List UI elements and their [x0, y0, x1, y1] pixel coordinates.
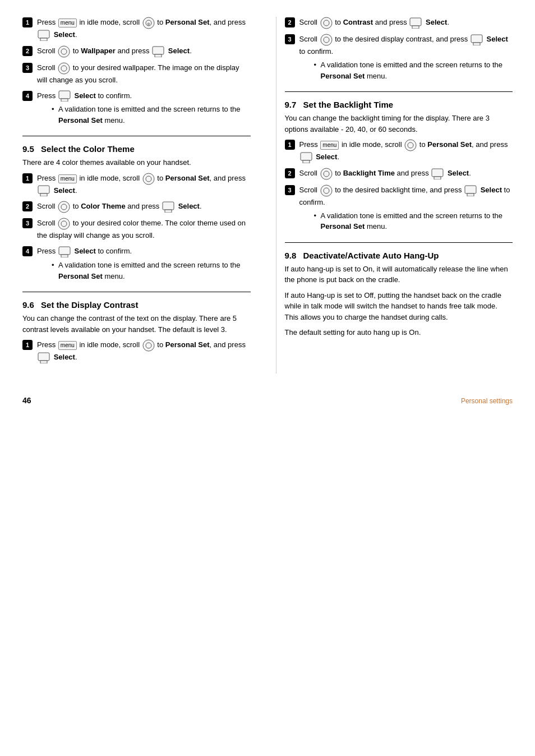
- step-w4: 4 Press Select to confirm. A validation …: [22, 90, 251, 126]
- scroll-icon-97: [404, 139, 417, 151]
- step-badge-3: 3: [22, 63, 33, 73]
- step-badge-96-1: 1: [22, 340, 33, 350]
- section-96-title: 9.6 Set the Display Contrast: [22, 300, 251, 310]
- svg-rect-31: [410, 18, 421, 26]
- svg-rect-32: [412, 26, 419, 29]
- svg-rect-39: [301, 153, 312, 160]
- divider-right-2: [285, 242, 513, 243]
- section-96-label: Set the Display Contrast: [41, 300, 138, 310]
- svg-point-41: [321, 168, 332, 179]
- svg-rect-27: [38, 353, 49, 361]
- step-95-4: 4 Press Select to confirm. A validation …: [22, 246, 251, 282]
- step-w1: 1 Press menu in idle mode, scroll ⊕ to P…: [22, 17, 251, 41]
- page-number: 46: [22, 396, 31, 405]
- select-icon-97: [300, 152, 313, 163]
- divider-right-1: [285, 91, 513, 92]
- page-layout: 1 Press menu in idle mode, scroll ⊕ to P…: [22, 17, 513, 374]
- step-badge-97-2: 2: [285, 168, 295, 178]
- scroll-icon-3: [58, 62, 70, 75]
- section-contrast-right: 2 Scroll to Contrast and press Select. 3…: [285, 17, 513, 81]
- step-badge-4: 4: [22, 91, 33, 101]
- scroll-icon-96-3: [320, 34, 333, 46]
- section-97-intro: You can change the backlight timing for …: [285, 113, 513, 135]
- svg-point-33: [321, 34, 332, 45]
- right-column: 2 Scroll to Contrast and press Select. 3…: [276, 17, 513, 374]
- step-content-95-3: Scroll to your desired color theme. The …: [37, 218, 251, 241]
- step-content-95-1: Press menu in idle mode, scroll to Perso…: [37, 173, 251, 197]
- bullet-list-96: A validation tone is emitted and the scr…: [314, 59, 513, 81]
- step-content-96-1: Press menu in idle mode, scroll to Perso…: [37, 339, 251, 363]
- section-97-number: 9.7: [285, 100, 297, 109]
- svg-rect-12: [61, 99, 68, 102]
- step-w2: 2 Scroll to Wallpaper and press Select.: [22, 45, 251, 58]
- svg-point-5: [58, 46, 70, 57]
- step-content-97-1: Press menu in idle mode, scroll to Perso…: [299, 139, 513, 163]
- step-content-96-3: Scroll to the desired display contrast, …: [299, 34, 513, 81]
- section-98-intro-3: The default setting for auto hang up is …: [285, 327, 513, 338]
- step-content-97-3: Scroll to the desired backlight time, an…: [299, 185, 513, 232]
- step-content-w2: Scroll to Wallpaper and press Select.: [37, 45, 251, 58]
- svg-point-25: [143, 340, 154, 351]
- scroll-icon-95-3: [58, 218, 70, 230]
- select-icon-95-2: [162, 201, 176, 213]
- svg-rect-16: [40, 193, 47, 196]
- select-icon: [38, 30, 51, 41]
- select-icon-97-2: [431, 168, 445, 179]
- svg-rect-15: [38, 186, 49, 193]
- step-badge-1: 1: [22, 17, 33, 27]
- step-badge-97-1: 1: [285, 140, 295, 150]
- section-98-intro-2: If auto Hang-up is set to Off, putting t…: [285, 290, 513, 323]
- select-icon-97-3: [464, 185, 478, 196]
- section-95-label: Select the Color Theme: [41, 144, 135, 154]
- svg-rect-8: [155, 54, 162, 57]
- divider-2: [22, 292, 251, 292]
- menu-icon-95: menu: [58, 174, 77, 183]
- step-badge-95-1: 1: [22, 173, 33, 183]
- step-97-3: 3 Scroll to the desired backlight time, …: [285, 185, 513, 232]
- select-icon-96-3: [471, 34, 484, 45]
- svg-rect-23: [59, 247, 70, 255]
- step-97-2: 2 Scroll to Backlight Time and press Sel…: [285, 168, 513, 180]
- step-96-3: 3 Scroll to the desired display contrast…: [285, 34, 513, 81]
- section-wallpaper: 1 Press menu in idle mode, scroll ⊕ to P…: [22, 17, 251, 126]
- section-95-title: 9.5 Select the Color Theme: [22, 144, 251, 154]
- step-95-2: 2 Scroll to Color Theme and press Select…: [22, 201, 251, 213]
- svg-rect-11: [59, 91, 70, 99]
- select-icon-3: [58, 90, 72, 102]
- svg-rect-3: [38, 30, 49, 38]
- step-content-w1: Press menu in idle mode, scroll ⊕ to Per…: [37, 17, 251, 41]
- section-97-title: 9.7 Set the Backlight Time: [285, 100, 513, 109]
- svg-rect-36: [473, 43, 480, 45]
- step-w3: 3 Scroll to your desired wallpaper. The …: [22, 62, 251, 86]
- svg-rect-28: [40, 361, 47, 363]
- svg-rect-20: [165, 210, 172, 213]
- svg-rect-35: [471, 35, 482, 43]
- left-column: 1 Press menu in idle mode, scroll ⊕ to P…: [22, 17, 259, 374]
- svg-rect-40: [303, 160, 310, 163]
- bullet-97: A validation tone is emitted and the scr…: [314, 210, 513, 232]
- scroll-icon: ⊕: [142, 17, 155, 29]
- step-content-96-2: Scroll to Contrast and press Select.: [299, 17, 513, 29]
- section-98-label: Deactivate/Activate Auto Hang-Up: [303, 251, 439, 260]
- svg-point-13: [143, 173, 154, 185]
- section-96-number: 9.6: [22, 300, 34, 310]
- section-98-intro-1: If auto hang-up is set to On, it will au…: [285, 264, 513, 285]
- step-96-1: 1 Press menu in idle mode, scroll to Per…: [22, 339, 251, 363]
- step-badge-95-2: 2: [22, 201, 33, 211]
- svg-point-45: [321, 185, 332, 196]
- steps-96-right: 2 Scroll to Contrast and press Select. 3…: [285, 17, 513, 81]
- step-96-2: 2 Scroll to Contrast and press Select.: [285, 17, 513, 29]
- svg-point-17: [58, 201, 70, 213]
- svg-point-9: [58, 63, 70, 74]
- step-badge-96-2: 2: [285, 17, 295, 27]
- section-97-label: Set the Backlight Time: [303, 100, 394, 109]
- bullet-list-95: A validation tone is emitted and the scr…: [52, 260, 251, 282]
- section-color-theme: 9.5 Select the Color Theme There are 4 c…: [22, 144, 251, 282]
- scroll-icon-2: [58, 45, 70, 58]
- step-95-1: 1 Press menu in idle mode, scroll to Per…: [22, 173, 251, 197]
- svg-rect-48: [467, 193, 474, 196]
- section-95-intro: There are 4 color themes available on yo…: [22, 157, 251, 168]
- svg-rect-19: [163, 202, 174, 210]
- section-96-intro: You can change the contrast of the text …: [22, 313, 251, 335]
- step-content-95-2: Scroll to Color Theme and press Select.: [37, 201, 251, 213]
